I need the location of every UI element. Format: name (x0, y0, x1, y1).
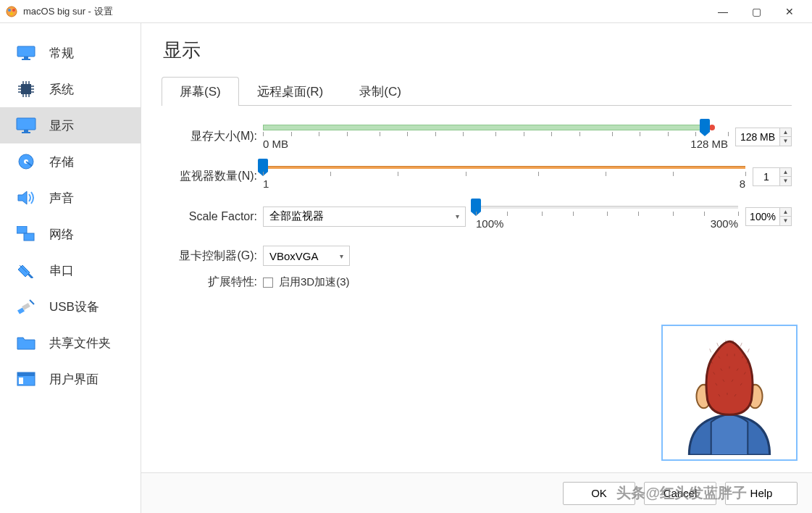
svg-line-34 (710, 349, 711, 352)
sidebar-item-general[interactable]: 常规 (0, 35, 141, 71)
scale-slider[interactable]: 100% 300% (476, 203, 738, 230)
accel3d-checkbox[interactable] (263, 278, 273, 288)
sidebar-item-ui[interactable]: 用户界面 (0, 361, 141, 397)
sidebar-label: 串口 (49, 262, 74, 279)
sidebar-item-storage[interactable]: 存储 (0, 143, 141, 180)
scale-dropdown-value: 全部监视器 (269, 209, 324, 223)
help-button[interactable]: Help (725, 482, 798, 505)
vram-value: 128 MB (736, 131, 779, 143)
monitors-spinner[interactable]: 1 ▲▼ (753, 167, 792, 186)
scale-value: 100% (746, 211, 779, 222)
serial-icon (16, 262, 36, 279)
monitors-max: 8 (740, 178, 745, 190)
svg-point-1 (8, 9, 11, 12)
vram-label: 显存大小(M): (162, 129, 263, 144)
sidebar-item-system[interactable]: 系统 (0, 71, 141, 107)
sidebar-label: USB设备 (49, 299, 99, 315)
tab-screen[interactable]: 屏幕(S) (162, 77, 239, 106)
sidebar-item-display[interactable]: 显示 (0, 107, 141, 143)
tab-remote[interactable]: 远程桌面(R) (239, 77, 342, 106)
scale-min: 100% (476, 217, 503, 230)
sidebar-item-audio[interactable]: 声音 (0, 180, 141, 216)
page-title: 显示 (163, 38, 792, 63)
svg-rect-6 (22, 59, 30, 60)
display-icon (16, 117, 36, 134)
svg-point-3 (10, 12, 13, 15)
spinner-down-icon[interactable]: ▼ (780, 177, 791, 185)
sidebar-item-network[interactable]: 网络 (0, 216, 141, 252)
spinner-down-icon[interactable]: ▼ (780, 217, 791, 225)
svg-rect-25 (17, 226, 27, 233)
monitors-value: 1 (753, 171, 779, 183)
sidebar-item-usb[interactable]: USB设备 (0, 288, 141, 325)
svg-rect-21 (24, 130, 28, 132)
ui-icon (16, 370, 36, 388)
scale-label: Scale Factor: (162, 210, 263, 223)
chevron-down-icon: ▾ (340, 252, 343, 260)
sidebar-label: 共享文件夹 (49, 335, 111, 351)
controller-value: VBoxVGA (269, 250, 319, 262)
network-icon (16, 225, 36, 243)
sidebar-label: 存储 (49, 154, 74, 170)
sidebar: 常规 系统 显示 存储 声音 网络 串口 USB设备 (0, 23, 141, 513)
accel3d-label: 启用3D加速(3) (279, 275, 350, 289)
sidebar-label: 声音 (49, 190, 74, 207)
monitors-min: 1 (263, 178, 269, 190)
tabs: 屏幕(S) 远程桌面(R) 录制(C) (162, 76, 792, 106)
svg-rect-4 (17, 46, 35, 57)
sidebar-label: 用户界面 (49, 371, 99, 388)
sidebar-label: 系统 (49, 81, 74, 98)
speaker-icon (16, 189, 36, 207)
svg-point-2 (12, 9, 15, 12)
disk-icon (16, 153, 36, 170)
usb-icon (16, 298, 36, 315)
sidebar-label: 网络 (49, 226, 74, 243)
monitors-label: 监视器数量(N): (162, 169, 263, 184)
scale-max: 300% (711, 217, 738, 230)
svg-rect-30 (17, 372, 35, 376)
preview-thumbnail (661, 325, 798, 461)
svg-line-39 (748, 349, 749, 352)
spinner-down-icon[interactable]: ▼ (780, 137, 791, 146)
spinner-up-icon[interactable]: ▲ (780, 208, 791, 217)
sidebar-item-serial[interactable]: 串口 (0, 252, 141, 288)
controller-label: 显卡控制器(G): (162, 249, 263, 264)
chevron-down-icon: ▾ (456, 212, 459, 220)
svg-rect-7 (21, 84, 31, 94)
vram-spinner[interactable]: 128 MB ▲▼ (735, 128, 792, 146)
vram-max: 128 MB (690, 138, 728, 150)
spinner-up-icon[interactable]: ▲ (780, 128, 791, 137)
sidebar-label: 显示 (49, 117, 74, 134)
sidebar-label: 常规 (49, 45, 74, 62)
svg-line-38 (740, 343, 742, 346)
close-button[interactable]: ✕ (773, 0, 806, 23)
chip-icon (16, 80, 36, 98)
scale-monitor-dropdown[interactable]: 全部监视器 ▾ (263, 207, 466, 227)
svg-line-35 (717, 343, 719, 346)
vram-slider[interactable]: 0 MB 128 MB (263, 123, 728, 150)
vram-min: 0 MB (263, 138, 288, 150)
maximize-button[interactable]: ▢ (740, 0, 773, 23)
svg-rect-22 (22, 132, 30, 133)
svg-rect-31 (19, 378, 23, 384)
svg-rect-26 (24, 233, 34, 241)
app-icon (6, 6, 17, 17)
spinner-up-icon[interactable]: ▲ (780, 168, 791, 177)
monitor-icon (16, 44, 36, 62)
ok-button[interactable]: OK (563, 482, 635, 505)
window-title: macOS big sur - 设置 (23, 5, 706, 18)
sidebar-item-shared[interactable]: 共享文件夹 (0, 325, 141, 361)
svg-rect-5 (24, 57, 28, 59)
monitors-slider[interactable]: 1 8 (263, 163, 745, 190)
svg-rect-20 (17, 118, 35, 130)
scale-spinner[interactable]: 100% ▲▼ (745, 207, 792, 226)
folder-icon (16, 334, 36, 351)
minimize-button[interactable]: ― (706, 0, 740, 23)
controller-dropdown[interactable]: VBoxVGA ▾ (263, 246, 350, 266)
ext-label: 扩展特性: (162, 275, 263, 290)
cancel-button[interactable]: Cancel (644, 482, 716, 505)
tab-recording[interactable]: 录制(C) (341, 77, 419, 106)
